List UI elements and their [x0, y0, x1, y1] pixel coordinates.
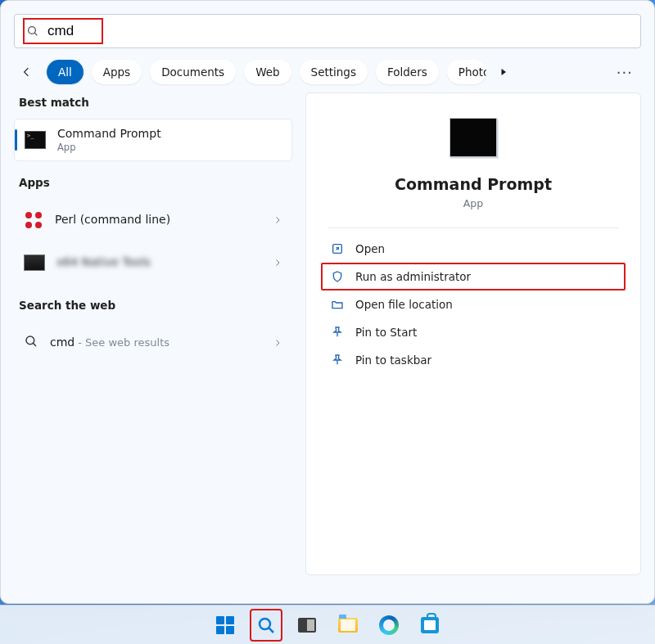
section-search-web: Search the web	[19, 299, 287, 312]
taskbar	[0, 605, 655, 644]
search-bar[interactable]	[14, 14, 641, 48]
command-prompt-icon	[449, 118, 497, 157]
chevron-right-icon	[273, 255, 282, 271]
start-search-panel: All Apps Documents Web Settings Folders …	[0, 0, 655, 604]
divider	[328, 227, 619, 228]
task-view-icon	[298, 618, 316, 633]
filter-photos[interactable]: Photos	[447, 60, 486, 84]
taskbar-task-view-button[interactable]	[291, 609, 323, 642]
shield-icon	[331, 270, 344, 283]
section-apps: Apps	[19, 176, 287, 189]
action-pin-to-start[interactable]: Pin to Start	[306, 318, 640, 346]
back-button[interactable]	[16, 61, 38, 83]
windows-icon	[216, 616, 234, 634]
search-highlight	[23, 18, 103, 44]
console-icon	[24, 254, 45, 271]
result-redacted-app[interactable]: x64 Native Tools	[14, 241, 292, 284]
search-icon	[26, 25, 39, 38]
action-label: Open file location	[355, 298, 453, 311]
preview-title: Command Prompt	[306, 175, 640, 193]
result-command-prompt[interactable]: Command Prompt App	[14, 119, 292, 161]
search-icon	[24, 334, 38, 352]
filter-documents[interactable]: Documents	[150, 60, 236, 84]
action-label: Run as administrator	[355, 270, 471, 283]
result-perl[interactable]: Perl (command line)	[14, 199, 292, 241]
filter-web[interactable]: Web	[244, 60, 291, 84]
action-pin-to-taskbar[interactable]: Pin to taskbar	[306, 346, 640, 374]
filter-apps[interactable]: Apps	[92, 60, 142, 84]
svg-point-6	[260, 619, 270, 629]
open-icon	[331, 242, 344, 255]
svg-line-1	[34, 33, 37, 35]
result-web-cmd[interactable]: cmd - See web results	[14, 322, 292, 364]
result-title: Perl (command line)	[55, 213, 170, 227]
folder-icon	[331, 298, 344, 311]
filter-row: All Apps Documents Web Settings Folders …	[16, 60, 639, 84]
taskbar-explorer-button[interactable]	[332, 609, 364, 642]
result-title: cmd	[50, 336, 75, 350]
svg-line-4	[33, 343, 36, 346]
pin-icon	[331, 354, 344, 367]
microsoft-store-icon	[421, 617, 439, 633]
command-prompt-icon	[25, 131, 46, 149]
action-open[interactable]: Open	[306, 235, 640, 263]
result-subtitle: - See web results	[78, 336, 169, 349]
preview-pane: Command Prompt App Open Run as administr…	[305, 92, 641, 575]
result-subtitle: App	[57, 142, 161, 153]
pin-icon	[331, 326, 344, 339]
preview-subtitle: App	[306, 197, 640, 209]
svg-line-7	[269, 628, 273, 633]
search-input[interactable]	[47, 23, 97, 39]
filter-all[interactable]: All	[47, 60, 84, 84]
filter-folders[interactable]: Folders	[376, 60, 439, 84]
chevron-right-icon	[273, 336, 282, 351]
taskbar-start-button[interactable]	[209, 609, 242, 642]
result-title: Command Prompt	[57, 127, 161, 142]
action-label: Open	[355, 242, 385, 255]
svg-point-3	[26, 336, 34, 345]
result-title: x64 Native Tools	[56, 255, 151, 270]
taskbar-edge-button[interactable]	[373, 609, 405, 642]
more-options-button[interactable]: ···	[610, 64, 639, 81]
action-open-file-location[interactable]: Open file location	[306, 290, 640, 318]
edge-icon	[379, 615, 399, 635]
results-area: Best match Command Prompt App Apps Perl …	[14, 92, 641, 575]
section-best-match: Best match	[19, 96, 287, 109]
action-run-as-admin[interactable]: Run as administrator	[321, 263, 626, 290]
search-icon	[256, 615, 276, 635]
filters-scroll-right[interactable]	[498, 66, 509, 78]
filter-settings[interactable]: Settings	[300, 60, 368, 84]
taskbar-search-button[interactable]	[250, 609, 282, 642]
action-label: Pin to taskbar	[355, 354, 431, 367]
taskbar-store-button[interactable]	[413, 609, 446, 642]
svg-marker-2	[501, 69, 506, 75]
svg-point-0	[29, 27, 36, 34]
action-label: Pin to Start	[355, 326, 417, 339]
results-list: Best match Command Prompt App Apps Perl …	[14, 92, 292, 575]
perl-icon	[24, 210, 43, 230]
chevron-right-icon	[273, 213, 282, 228]
file-explorer-icon	[338, 618, 358, 633]
